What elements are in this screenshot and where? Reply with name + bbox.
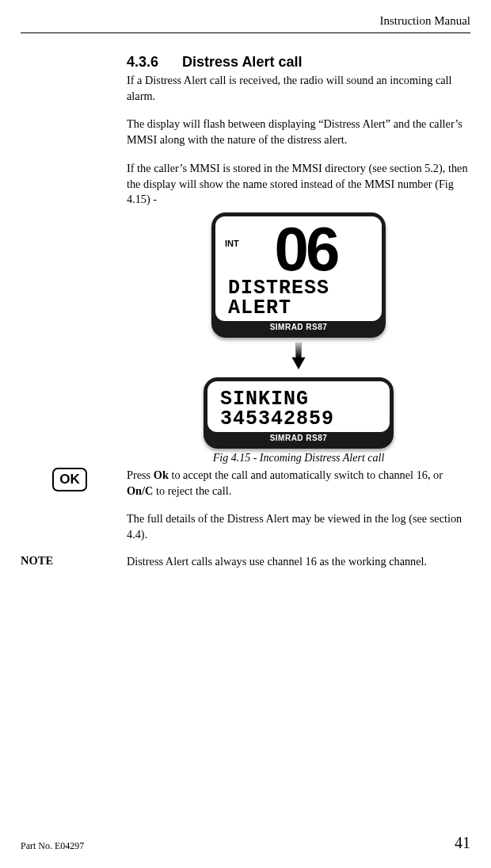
header-rule (21, 33, 470, 33)
paragraph: If the caller’s MMSI is stored in the MM… (127, 161, 470, 208)
paragraph: Press Ok to accept the call and automati… (127, 468, 470, 499)
section-number: 4.3.6 (127, 54, 182, 71)
lcd-display-upper: INT 06 DISTRESS ALERT SIMRAD RS87 (211, 212, 386, 338)
lcd-display-lower: SINKING 345342859 SIMRAD RS87 (204, 377, 394, 449)
text-fragment: to reject the call. (153, 484, 231, 497)
lcd-text-line2: ALERT (228, 298, 374, 318)
section-heading: 4.3.6 Distress Alert call (127, 54, 470, 71)
lcd-text-line1: SINKING (220, 389, 382, 409)
page-number: 41 (455, 834, 470, 852)
lcd-text-line1: DISTRESS (228, 278, 374, 298)
svg-rect-1 (296, 342, 302, 358)
figure-caption: Fig 4.15 - Incoming Distress Alert call (127, 452, 470, 465)
note-row: NOTE Distress Alert calls always use cha… (21, 554, 470, 570)
note-text: Distress Alert calls always use channel … (127, 554, 470, 570)
ok-button-icon: OK (52, 468, 87, 491)
lcd-product-label: SIMRAD RS87 (207, 434, 390, 445)
svg-marker-2 (292, 357, 306, 369)
section-title: Distress Alert call (182, 54, 302, 71)
paragraph: If a Distress Alert call is received, th… (127, 73, 470, 104)
paragraph: The full details of the Distress Alert m… (127, 511, 470, 542)
ok-instruction-row: OK Press Ok to accept the call and autom… (21, 468, 470, 543)
lcd-channel-number: 06 (238, 221, 374, 278)
paragraph: The display will flash between displayin… (127, 117, 470, 147)
bold-onc: On/C (127, 484, 153, 497)
note-label: NOTE (21, 554, 53, 568)
text-fragment: Press (127, 468, 154, 481)
body-text-block: If a Distress Alert call is received, th… (127, 73, 470, 208)
text-fragment: to accept the call and automatically swi… (169, 468, 443, 481)
lcd-int-indicator: INT (225, 239, 239, 248)
bold-ok: Ok (154, 468, 169, 481)
page-footer: Part No. E04297 41 (21, 834, 470, 852)
figure-4-15: INT 06 DISTRESS ALERT SIMRAD RS87 SINKIN… (127, 212, 470, 465)
lcd-text-line2: 345342859 (220, 409, 382, 429)
running-header: Instruction Manual (21, 14, 470, 28)
lcd-product-label: SIMRAD RS87 (215, 323, 382, 334)
down-arrow-icon (291, 342, 306, 373)
part-number: Part No. E04297 (21, 840, 84, 852)
